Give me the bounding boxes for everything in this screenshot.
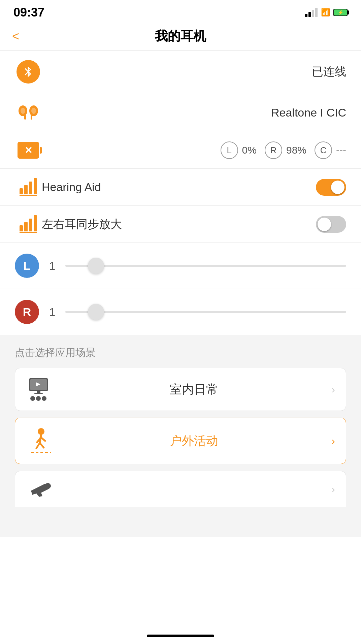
svg-rect-9	[37, 391, 40, 393]
slider-l-value: 1	[47, 259, 57, 272]
bluetooth-status: 已连线	[42, 64, 346, 79]
bluetooth-row: 已连线	[0, 51, 361, 93]
sync-toggle[interactable]	[316, 216, 346, 233]
flight-chevron: ›	[331, 483, 335, 495]
svg-line-19	[41, 438, 45, 441]
battery-row: ✕ L 0% R 98% C ---	[0, 132, 361, 169]
indoor-label: 室内日常	[56, 381, 331, 398]
left-pct: 0%	[242, 144, 257, 156]
indoor-icon	[26, 378, 56, 401]
wifi-icon: 📶	[321, 8, 330, 17]
sync-control: 左右耳同步放大	[42, 216, 346, 233]
outdoor-label: 户外活动	[56, 433, 331, 449]
earbuds-icon	[15, 103, 42, 122]
right-label: R	[265, 141, 282, 159]
scene-card-outdoor[interactable]: 户外活动 ›	[15, 418, 346, 464]
scene-section: 点击选择应用场景 室内日常 ›	[0, 335, 361, 537]
hearing-aid-toggle[interactable]	[316, 179, 346, 196]
left-label: L	[221, 141, 238, 159]
slider-r-track[interactable]	[65, 311, 346, 313]
hearing-aid-label: Hearing Aid	[42, 181, 101, 194]
bluetooth-icon	[15, 60, 42, 84]
battery-icon: ⚡	[333, 9, 348, 16]
svg-point-13	[42, 396, 46, 401]
hearing-aid-control: Hearing Aid	[42, 179, 346, 196]
svg-line-17	[40, 443, 44, 448]
indoor-chevron: ›	[331, 383, 335, 396]
home-indicator	[147, 635, 214, 637]
svg-point-4	[31, 108, 36, 114]
earbuds-row: Realtone I CIC	[0, 93, 361, 132]
scene-section-title: 点击选择应用场景	[15, 346, 346, 360]
battery-center: C ---	[315, 141, 346, 159]
outdoor-icon	[26, 427, 56, 454]
sync-icon	[15, 215, 42, 233]
hearing-aid-row: Hearing Aid	[0, 169, 361, 206]
svg-point-11	[30, 396, 35, 401]
battery-left: L 0%	[221, 141, 257, 159]
slider-r-row: R 1	[0, 289, 361, 335]
svg-point-12	[36, 396, 41, 401]
status-time: 09:37	[13, 5, 44, 20]
slider-l-track[interactable]	[65, 265, 346, 267]
nav-header: < 我的耳机	[0, 22, 361, 51]
battery-right: R 98%	[265, 141, 306, 159]
slider-r-thumb[interactable]	[88, 304, 104, 320]
slider-l-avatar: L	[15, 254, 39, 278]
status-icons: 📶 ⚡	[305, 8, 348, 17]
slider-l-row: L 1	[0, 243, 361, 289]
svg-line-16	[36, 443, 40, 448]
svg-point-1	[21, 108, 25, 114]
slider-l-thumb[interactable]	[88, 258, 104, 274]
center-pct: ---	[336, 144, 346, 156]
scene-card-indoor[interactable]: 室内日常 ›	[15, 368, 346, 411]
battery-status: L 0% R 98% C ---	[42, 141, 346, 159]
right-pct: 98%	[286, 144, 306, 156]
svg-rect-2	[24, 115, 26, 120]
battery-low-icon: ✕	[15, 142, 42, 159]
back-button[interactable]: <	[12, 30, 19, 42]
slider-r-avatar: R	[15, 300, 39, 324]
sync-row: 左右耳同步放大	[0, 206, 361, 243]
page-title: 我的耳机	[155, 28, 206, 45]
signal-icon	[305, 8, 318, 17]
outdoor-chevron: ›	[331, 435, 335, 447]
flight-icon	[26, 481, 56, 497]
svg-rect-10	[34, 393, 43, 394]
scene-card-flight[interactable]: ›	[15, 471, 346, 507]
svg-rect-5	[31, 115, 32, 120]
hearing-aid-icon	[15, 178, 42, 196]
sync-label: 左右耳同步放大	[42, 217, 122, 232]
center-label: C	[315, 141, 332, 159]
status-bar: 09:37 📶 ⚡	[0, 0, 361, 22]
slider-r-value: 1	[47, 305, 57, 319]
earbuds-model: Realtone I CIC	[42, 106, 346, 119]
